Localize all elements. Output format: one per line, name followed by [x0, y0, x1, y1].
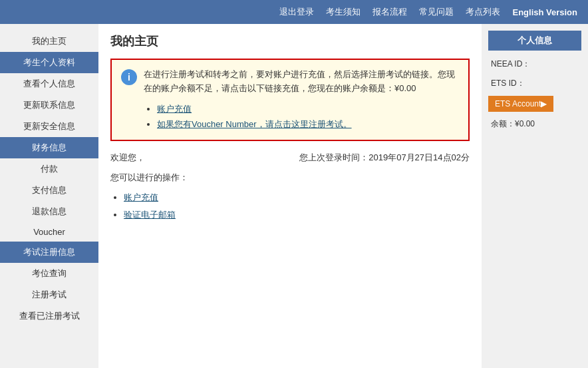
- nav-notice[interactable]: 考生须知: [326, 6, 361, 18]
- alert-list-item-voucher: 如果您有Voucher Number，请点击这里注册考试。: [157, 116, 459, 132]
- sidebar-item-my-home[interactable]: 我的主页: [0, 31, 98, 52]
- sidebar-item-refund-info[interactable]: 退款信息: [0, 201, 98, 222]
- op-verify-email-item: 验证电子邮箱: [124, 206, 470, 224]
- alert-links-list: 账户充值 如果您有Voucher Number，请点击这里注册考试。: [157, 101, 459, 132]
- sidebar-item-view-registered[interactable]: 查看已注册考试: [0, 305, 98, 327]
- neea-id-field: NEEA ID：: [488, 57, 581, 71]
- sidebar-item-exam-register-header[interactable]: 考试注册信息: [0, 242, 98, 263]
- right-panel: 个人信息 NEEA ID： ETS ID： ETS Account▶ 余额：¥0…: [482, 24, 588, 368]
- operations-list: 账户充值 验证电子邮箱: [124, 189, 470, 224]
- nav-testcenter[interactable]: 考点列表: [466, 6, 500, 18]
- neea-id-label: NEEA ID：: [491, 59, 530, 69]
- sidebar-item-register-exam[interactable]: 注册考试: [0, 284, 98, 305]
- alert-box: i 在进行注册考试和转考之前，要对账户进行充值，然后选择注册考试的链接。您现在的…: [110, 59, 470, 141]
- nav-logout[interactable]: 退出登录: [279, 6, 314, 18]
- sidebar-item-payment-info[interactable]: 支付信息: [0, 180, 98, 201]
- nav-english-version[interactable]: English Version: [512, 7, 577, 17]
- sidebar-item-exam-location[interactable]: 考位查询: [0, 263, 98, 284]
- nav-faq[interactable]: 常见问题: [419, 6, 454, 18]
- alert-voucher-link[interactable]: 如果您有Voucher Number，请点击这里注册考试。: [157, 119, 352, 129]
- content-area: 我的主页 i 在进行注册考试和转考之前，要对账户进行充值，然后选择注册考试的链接…: [98, 24, 482, 368]
- sidebar-item-view-info[interactable]: 查看个人信息: [0, 73, 98, 94]
- welcome-text: 欢迎您，: [110, 152, 145, 164]
- operations-title: 您可以进行的操作：: [110, 172, 470, 184]
- alert-recharge-link[interactable]: 账户充值: [157, 104, 192, 114]
- panel-title: 个人信息: [488, 31, 581, 51]
- ets-id-field: ETS ID：: [488, 77, 581, 91]
- sidebar-item-finance-header[interactable]: 财务信息: [0, 137, 98, 158]
- main-container: 我的主页 考生个人资料 查看个人信息 更新联系信息 更新安全信息 财务信息 付款…: [0, 24, 588, 368]
- sidebar-item-personal-info[interactable]: 考生个人资料: [0, 52, 98, 73]
- operations-section: 您可以进行的操作： 账户充值 验证电子邮箱: [110, 172, 470, 224]
- welcome-row: 欢迎您， 您上次登录时间：2019年07月27日14点02分: [110, 152, 470, 164]
- op-recharge-link[interactable]: 账户充值: [124, 192, 158, 202]
- sidebar-item-update-security[interactable]: 更新安全信息: [0, 116, 98, 137]
- nav-process[interactable]: 报名流程: [372, 6, 407, 18]
- alert-message: 在进行注册考试和转考之前，要对账户进行充值，然后选择注册考试的链接。您现在的账户…: [144, 68, 459, 96]
- sidebar-item-voucher[interactable]: Voucher: [0, 222, 98, 242]
- op-verify-email-link[interactable]: 验证电子邮箱: [124, 210, 176, 220]
- alert-list-item-recharge: 账户充值: [157, 101, 459, 116]
- sidebar-item-update-contact[interactable]: 更新联系信息: [0, 94, 98, 116]
- ets-id-label: ETS ID：: [491, 79, 525, 88]
- last-login-text: 您上次登录时间：2019年07月27日14点02分: [299, 152, 470, 164]
- balance-display: 余额：¥0.00: [488, 117, 581, 131]
- top-navigation: 退出登录 考生须知 报名流程 常见问题 考点列表 English Version: [0, 0, 588, 24]
- sidebar-item-payment[interactable]: 付款: [0, 158, 98, 180]
- alert-content: 在进行注册考试和转考之前，要对账户进行充值，然后选择注册考试的链接。您现在的账户…: [144, 68, 459, 132]
- sidebar: 我的主页 考生个人资料 查看个人信息 更新联系信息 更新安全信息 财务信息 付款…: [0, 24, 98, 368]
- page-title: 我的主页: [110, 33, 470, 49]
- op-recharge-item: 账户充值: [124, 189, 470, 206]
- info-icon: i: [121, 69, 137, 85]
- ets-account-button[interactable]: ETS Account▶: [488, 96, 553, 112]
